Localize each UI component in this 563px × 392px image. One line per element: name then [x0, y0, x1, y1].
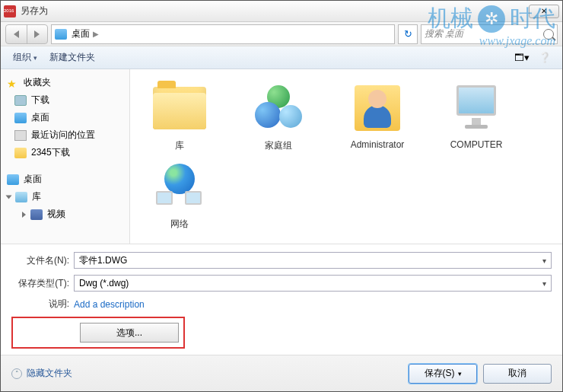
- item-label: 家庭组: [265, 139, 292, 152]
- filetype-label: 保存类型(T):: [11, 277, 69, 290]
- back-button[interactable]: [6, 25, 27, 43]
- hide-folders-label: 隐藏文件夹: [27, 367, 72, 380]
- navbar: 桌面 ▶ ↻ 搜索 桌面: [1, 22, 562, 46]
- folder-icon: [14, 148, 27, 158]
- item-homegroup[interactable]: 家庭组: [237, 81, 320, 152]
- chevron-right-icon: [22, 212, 26, 218]
- item-administrator[interactable]: Administrator: [336, 81, 419, 152]
- sidebar-item-label: 2345下载: [31, 146, 70, 159]
- description-row: 说明: Add a description: [11, 298, 552, 311]
- items-grid: 库 家庭组 Administrator COMPUTER 网络: [138, 81, 555, 231]
- sidebar-item-label: 下载: [31, 94, 49, 107]
- toolbar: 组织 新建文件夹 🗔▾ ❔: [1, 46, 562, 69]
- description-label: 说明:: [11, 298, 69, 311]
- close-icon: ✕: [541, 7, 547, 15]
- desktop-icon: [7, 174, 19, 185]
- save-as-dialog: 另存为 ✕ 桌面 ▶ ↻ 搜索 桌面 组织 新建文件夹 🗔▾ ❔: [0, 0, 563, 392]
- user-icon: [355, 85, 400, 131]
- filename-input[interactable]: 零件1.DWG: [74, 252, 552, 269]
- footer: ˄ 隐藏文件夹 保存(S) 取消: [1, 355, 562, 391]
- filetype-select[interactable]: Dwg (*.dwg): [74, 275, 552, 292]
- sidebar-label: 收藏夹: [24, 76, 51, 89]
- item-label: Administrator: [351, 139, 405, 150]
- view-button[interactable]: 🗔▾: [514, 49, 530, 66]
- titlebar: 另存为 ✕: [1, 1, 562, 22]
- item-label: 网络: [170, 218, 189, 231]
- sidebar-item-label: 桌面: [31, 111, 49, 124]
- options-highlight: 选项...: [11, 317, 185, 349]
- sidebar-item-label: 视频: [47, 208, 65, 221]
- forward-button[interactable]: [27, 25, 48, 43]
- save-label: 保存(S): [425, 367, 455, 380]
- filename-row: 文件名(N): 零件1.DWG: [11, 252, 552, 269]
- sidebar-item-library[interactable]: 库: [4, 188, 126, 206]
- search-input[interactable]: 搜索 桌面: [421, 24, 558, 44]
- filename-value: 零件1.DWG: [79, 254, 127, 267]
- app-icon: [4, 5, 16, 18]
- sidebar-item-downloads[interactable]: 下载: [4, 91, 126, 109]
- library-folder-icon: [153, 87, 206, 129]
- new-folder-button[interactable]: 新建文件夹: [45, 49, 100, 65]
- sidebar-item-label: 库: [32, 190, 41, 203]
- item-computer[interactable]: COMPUTER: [434, 81, 518, 152]
- organize-button[interactable]: 组织: [8, 49, 42, 65]
- item-label: COMPUTER: [450, 139, 503, 150]
- back-icon: [14, 30, 19, 38]
- star-icon: ★: [7, 78, 19, 88]
- sidebar: ★ 收藏夹 下载 桌面 最近访问的位置 2345下载 桌面 库: [1, 69, 130, 244]
- download-icon: [14, 95, 27, 106]
- sidebar-item-label: 最近访问的位置: [31, 129, 95, 142]
- sidebar-favorites[interactable]: ★ 收藏夹: [4, 74, 126, 91]
- help-icon: ❔: [539, 52, 551, 63]
- view-icon: 🗔▾: [514, 52, 530, 63]
- homegroup-icon: [252, 85, 305, 131]
- window-title: 另存为: [21, 5, 529, 18]
- nav-history-buttons: [5, 24, 48, 44]
- chevron-right-icon: ▶: [93, 30, 99, 38]
- sidebar-desktop-group: 桌面 库 视频: [4, 171, 126, 223]
- computer-icon: [450, 85, 503, 131]
- desktop-icon: [55, 29, 67, 40]
- forward-icon: [34, 30, 40, 38]
- search-icon: [543, 29, 554, 40]
- breadcrumb-location: 桌面: [72, 27, 90, 40]
- sidebar-label: 桌面: [24, 173, 42, 186]
- network-icon: [153, 164, 206, 209]
- options-button[interactable]: 选项...: [80, 323, 179, 343]
- item-label: 库: [175, 139, 184, 152]
- recent-icon: [14, 130, 27, 141]
- desktop-icon: [14, 113, 27, 123]
- cancel-button[interactable]: 取消: [483, 364, 552, 384]
- search-placeholder: 搜索 桌面: [425, 27, 463, 40]
- filetype-row: 保存类型(T): Dwg (*.dwg): [11, 275, 552, 292]
- filetype-value: Dwg (*.dwg): [79, 278, 129, 288]
- chevron-up-icon: ˄: [11, 368, 22, 379]
- content-pane[interactable]: 库 家庭组 Administrator COMPUTER 网络: [130, 69, 562, 244]
- hide-folders-button[interactable]: ˄ 隐藏文件夹: [11, 367, 72, 380]
- breadcrumb[interactable]: 桌面 ▶: [51, 24, 395, 44]
- film-icon: [30, 209, 43, 220]
- chevron-down-icon: [6, 195, 12, 199]
- close-button[interactable]: ✕: [529, 5, 559, 18]
- sidebar-favorites-group: ★ 收藏夹 下载 桌面 最近访问的位置 2345下载: [4, 74, 126, 161]
- body: ★ 收藏夹 下载 桌面 最近访问的位置 2345下载 桌面 库: [1, 69, 562, 244]
- library-icon: [15, 192, 27, 202]
- sidebar-desktop-root[interactable]: 桌面: [4, 171, 126, 188]
- help-button[interactable]: ❔: [536, 49, 553, 66]
- refresh-button[interactable]: ↻: [398, 24, 418, 44]
- refresh-icon: ↻: [404, 28, 412, 40]
- item-network[interactable]: 网络: [138, 160, 221, 231]
- sidebar-item-2345[interactable]: 2345下载: [4, 144, 126, 161]
- sidebar-item-video[interactable]: 视频: [4, 206, 126, 223]
- filename-label: 文件名(N):: [11, 254, 69, 267]
- item-library[interactable]: 库: [138, 81, 221, 152]
- description-link[interactable]: Add a description: [74, 299, 145, 310]
- save-form: 文件名(N): 零件1.DWG 保存类型(T): Dwg (*.dwg) 说明:…: [1, 244, 562, 355]
- save-button[interactable]: 保存(S): [409, 364, 477, 384]
- sidebar-item-recent[interactable]: 最近访问的位置: [4, 126, 126, 144]
- sidebar-item-desktop[interactable]: 桌面: [4, 109, 126, 126]
